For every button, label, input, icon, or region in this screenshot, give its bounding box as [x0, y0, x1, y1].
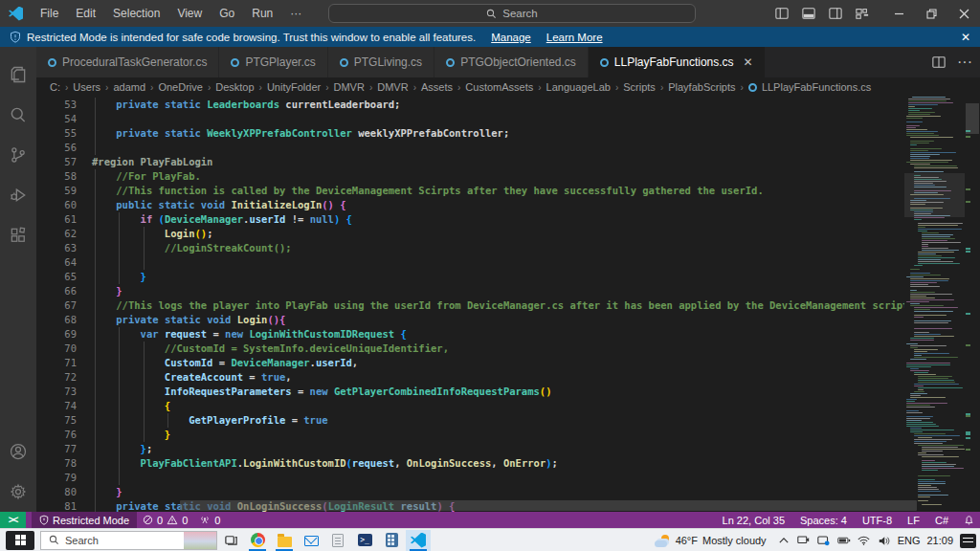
- indentation-status[interactable]: Spaces: 4: [800, 515, 847, 526]
- powershell-icon[interactable]: >_: [352, 530, 377, 551]
- line-number[interactable]: 67: [36, 298, 92, 313]
- code-line[interactable]: 55 private static WeeklyXPPrefabControll…: [36, 126, 904, 141]
- code-line[interactable]: 64: [36, 255, 904, 270]
- menu-file[interactable]: File: [33, 5, 66, 22]
- code-line[interactable]: 70 //CustomId = SystemInfo.deviceUniqueI…: [36, 342, 904, 356]
- line-number[interactable]: 61: [36, 212, 92, 227]
- line-number[interactable]: 64: [36, 255, 92, 270]
- code-line[interactable]: 74 {: [36, 399, 904, 413]
- code-line[interactable]: 73 InfoRequestParameters = new GetPlayer…: [36, 385, 904, 399]
- breadcrumb-item[interactable]: Assets: [421, 81, 453, 93]
- vertical-scrollbar[interactable]: [965, 97, 980, 512]
- file-explorer-icon[interactable]: [272, 530, 297, 551]
- breadcrumb-item[interactable]: DMVR: [334, 81, 365, 93]
- line-number[interactable]: 66: [36, 284, 92, 298]
- line-number[interactable]: 65: [36, 270, 92, 284]
- breadcrumb-item[interactable]: DMVR: [377, 81, 408, 93]
- breadcrumb-item[interactable]: adamd: [113, 81, 145, 93]
- source-control-icon[interactable]: [0, 135, 36, 175]
- remote-indicator[interactable]: ><: [0, 512, 26, 528]
- clock[interactable]: 21:09: [926, 535, 953, 546]
- line-number[interactable]: 73: [36, 385, 92, 399]
- menu-edit[interactable]: Edit: [68, 5, 103, 22]
- code-line[interactable]: 53 private static Leaderboards currentLe…: [36, 98, 904, 112]
- account-icon[interactable]: [0, 431, 36, 472]
- task-view-icon[interactable]: [218, 530, 243, 551]
- restore-button[interactable]: [915, 0, 947, 27]
- breadcrumb-item[interactable]: Users: [73, 81, 100, 93]
- restricted-mode-status[interactable]: Restricted Mode: [32, 512, 137, 528]
- settings-gear-icon[interactable]: [0, 472, 36, 512]
- toggle-secondary-sidebar-icon[interactable]: [825, 0, 846, 27]
- breadcrumb-item[interactable]: CustomAssets: [465, 81, 533, 93]
- code-line[interactable]: 62 Login();: [36, 227, 904, 241]
- line-number[interactable]: 62: [36, 227, 92, 241]
- weather-widget[interactable]: 46°F Mostly cloudy: [655, 535, 767, 547]
- breadcrumb-item[interactable]: C:: [50, 81, 60, 93]
- code-line[interactable]: 54: [36, 112, 904, 126]
- line-number[interactable]: 69: [36, 327, 92, 342]
- command-center-search[interactable]: Search: [328, 4, 696, 23]
- line-number[interactable]: 76: [36, 428, 92, 442]
- line-number[interactable]: 78: [36, 456, 92, 471]
- line-number[interactable]: 63: [36, 241, 92, 255]
- show-hidden-icons-chevron[interactable]: [777, 534, 791, 547]
- battery-icon[interactable]: [837, 534, 851, 547]
- keyboard-language[interactable]: ENG: [898, 535, 921, 546]
- search-icon[interactable]: [0, 95, 36, 135]
- mail-icon[interactable]: [299, 530, 323, 551]
- close-window-button[interactable]: [947, 0, 980, 27]
- code-line[interactable]: 60 public static void InitializeLogIn() …: [36, 198, 904, 212]
- toggle-sidebar-icon[interactable]: [771, 0, 792, 27]
- line-number[interactable]: 79: [36, 471, 92, 485]
- problems-status[interactable]: 0 0: [137, 512, 193, 528]
- volume-icon[interactable]: [878, 534, 891, 547]
- calculator-icon[interactable]: [379, 530, 404, 551]
- menu-run[interactable]: Run: [244, 5, 280, 22]
- banner-manage-link[interactable]: Manage: [491, 32, 531, 43]
- wifi-icon[interactable]: [858, 534, 871, 547]
- language-mode[interactable]: C#: [935, 515, 948, 526]
- cursor-position[interactable]: Ln 22, Col 35: [723, 515, 785, 526]
- breadcrumb-item[interactable]: OneDrive: [158, 81, 202, 93]
- tab-ptgobjectoriented[interactable]: PTGObjectOriented.cs: [434, 47, 589, 77]
- line-number[interactable]: 80: [36, 485, 92, 499]
- eol-status[interactable]: LF: [907, 515, 920, 526]
- toggle-panel-icon[interactable]: [798, 0, 819, 27]
- code-line[interactable]: 67 //This logs the player into PlayFab u…: [36, 298, 904, 313]
- vscode-taskbar-icon[interactable]: [406, 530, 431, 551]
- code-line[interactable]: 61 if (DeviceManager.userId != null) {: [36, 212, 904, 227]
- line-number[interactable]: 53: [36, 98, 92, 112]
- code-editor[interactable]: 53 private static Leaderboards currentLe…: [36, 97, 980, 512]
- notepad-icon[interactable]: [325, 530, 350, 551]
- breadcrumb-item[interactable]: PlayfabScripts: [668, 81, 735, 93]
- line-number[interactable]: 54: [36, 112, 92, 126]
- menu-selection[interactable]: Selection: [105, 5, 167, 22]
- extensions-icon[interactable]: [0, 215, 36, 255]
- chrome-icon[interactable]: [245, 530, 270, 551]
- encoding-status[interactable]: UTF-8: [862, 515, 892, 526]
- line-number[interactable]: 75: [36, 413, 92, 428]
- banner-close-icon[interactable]: ✕: [961, 31, 970, 44]
- tab-ptgliving[interactable]: PTGLiving.cs: [328, 47, 434, 77]
- line-number[interactable]: 55: [36, 126, 92, 141]
- menu-view[interactable]: View: [169, 5, 210, 22]
- tab-proceduraltaskgenerator[interactable]: ProceduralTaskGenerator.cs: [36, 47, 219, 77]
- action-center-icon[interactable]: [960, 534, 976, 548]
- breadcrumb-item[interactable]: LanguageLab: [546, 81, 611, 93]
- code-line[interactable]: 79: [36, 471, 904, 485]
- customize-layout-icon[interactable]: [852, 0, 873, 27]
- notifications-bell-icon[interactable]: [964, 515, 974, 526]
- line-number[interactable]: 59: [36, 184, 92, 198]
- code-line[interactable]: 72 CreateAccount = true,: [36, 370, 904, 385]
- code-line[interactable]: 59 //This function is called by the Devi…: [36, 184, 904, 198]
- explorer-icon[interactable]: [0, 55, 36, 95]
- run-debug-icon[interactable]: [0, 175, 36, 215]
- minimap-slider[interactable]: [904, 173, 965, 217]
- code-line[interactable]: 77 };: [36, 442, 904, 456]
- meet-now-icon[interactable]: [797, 534, 811, 547]
- ports-status[interactable]: 0: [193, 512, 226, 528]
- onedrive-sync-icon[interactable]: [817, 534, 831, 547]
- code-line[interactable]: 65 }: [36, 270, 904, 284]
- line-number[interactable]: 60: [36, 198, 92, 212]
